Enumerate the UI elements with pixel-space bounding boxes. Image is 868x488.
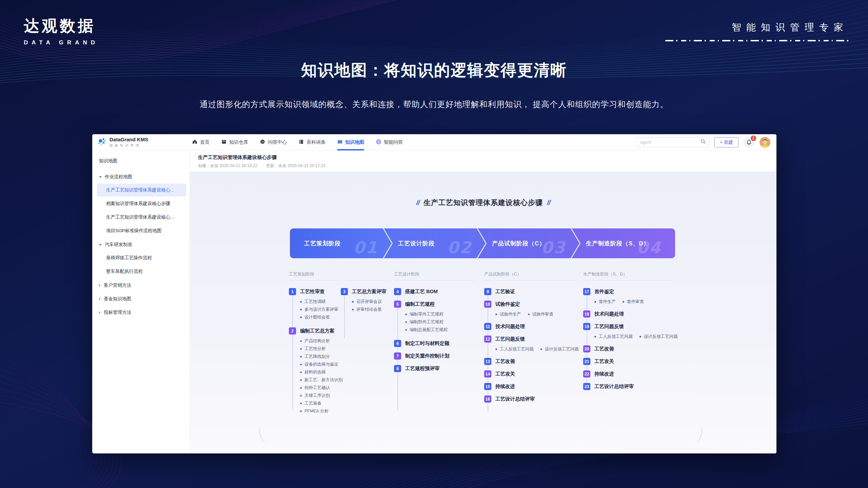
sidebar-group-1[interactable]: 汽车研发制造 <box>97 239 186 251</box>
map-step-11: 11技术问题处理 <box>484 323 579 330</box>
step-connector-line <box>488 290 488 412</box>
sidebar-group-2[interactable]: 客户营销方法 <box>97 279 186 291</box>
step-bullets: 产品结构分析工艺性分析工艺路线划分设备的选择与鉴定材料的选择新工艺、新方法识别特… <box>300 337 341 415</box>
step-bullet: 工艺装备 <box>300 400 341 407</box>
step-bullets: 试验件生产试验件审查 <box>495 310 579 318</box>
map-canvas: //生产工艺知识管理体系建设核心步骤// 01工艺策划阶段02工艺设计阶段03产… <box>190 171 776 453</box>
caret-right-icon[interactable] <box>99 311 101 314</box>
step-bullet: 关键工序识别 <box>300 392 341 400</box>
sidebar-item-1-1[interactable]: 整车装配执行流程 <box>97 265 186 278</box>
step-title: 工艺改善 <box>495 358 515 365</box>
map-step-21: 21工艺攻关 <box>583 358 678 365</box>
nav-item-label: 知识仓库 <box>229 139 248 145</box>
bullet-dot-icon <box>495 313 497 315</box>
app-top-nav: DataGrand KMS 智 能 知 识 管 理 首页知识仓库问答中心百科词条… <box>92 134 776 150</box>
bullet-dot-icon <box>300 364 302 365</box>
sidebar-group-0[interactable]: 作业流程地图 <box>97 171 186 183</box>
step-bullet: 设计反馈工艺问题 <box>639 333 678 341</box>
map-column-4: 生产制造阶段（S、D）17首件鉴定首件生产首件审查18技术问题处理19工艺问题反… <box>583 271 675 395</box>
nav-item-home[interactable]: 首页 <box>192 134 210 150</box>
step-number-badge: 12 <box>484 336 491 343</box>
map-step-10: 10试验件鉴定 <box>484 301 579 308</box>
kms-logo-icon <box>98 137 106 147</box>
nav-item-ai-qa[interactable]: 智能问答 <box>376 134 403 150</box>
caret-down-icon[interactable] <box>99 244 102 246</box>
doc-title: 生产工艺知识管理体系建设核心步骤 <box>198 154 776 161</box>
step-bullet: 特种工艺确认 <box>300 384 341 392</box>
bullet-label: 召开评审会议 <box>356 298 382 306</box>
slash-decoration: // <box>416 199 419 206</box>
map-step-13: 13工艺改善 <box>484 358 579 365</box>
map-step-20: 20工艺改善 <box>583 345 678 352</box>
search-box[interactable] <box>636 137 709 147</box>
bullet-dot-icon <box>300 348 302 350</box>
map-column-header: 工艺策划阶段 <box>289 271 387 281</box>
step-bullets: 编制零件工艺规程编制部件工艺规程编制总装配工艺规程 <box>405 310 450 334</box>
map-step-8: 8工艺规程预评审 <box>394 365 450 372</box>
step-number-badge: 5 <box>394 301 401 308</box>
map-step-16: 16工艺设计总结评审 <box>484 395 579 403</box>
step-bullet: 工艺性调研 <box>300 298 341 306</box>
step-number-badge: 1 <box>289 288 296 295</box>
morse-divider <box>665 40 848 41</box>
step-list: 3工艺总方案评审召开评审会议评审结论会签 <box>341 288 387 421</box>
sidebar-group-4[interactable]: 投标管理方法 <box>97 306 186 319</box>
bullet-label: 工艺装备 <box>304 400 321 407</box>
step-title: 编制工艺规程 <box>405 301 435 308</box>
caret-right-icon[interactable] <box>99 284 101 287</box>
search-input[interactable] <box>639 139 700 145</box>
caret-down-icon[interactable] <box>99 176 102 178</box>
step-title: 工艺攻关 <box>594 358 614 365</box>
bullet-dot-icon <box>540 348 542 350</box>
kms-subtitle: 智 能 知 识 管 理 <box>110 143 148 148</box>
caret-right-icon[interactable] <box>99 298 101 300</box>
app-window: DataGrand KMS 智 能 知 识 管 理 首页知识仓库问答中心百科词条… <box>92 134 776 453</box>
new-button[interactable]: + 新建 <box>714 137 738 147</box>
brand-logo-en: DATA GRAND <box>24 39 99 46</box>
bullet-label: 试验件生产 <box>500 310 521 318</box>
nav-item-repository[interactable]: 知识仓库 <box>221 134 248 150</box>
sidebar-group-3[interactable]: 基金知识地图 <box>97 293 186 305</box>
bullet-label: 工人反馈工艺问题 <box>500 345 534 353</box>
map-columns: 工艺策划阶段1工艺性审查工艺性调研参与设计方案评审设计图纸会签2编制工艺总方案产… <box>190 271 776 453</box>
nav-item-qa-chat[interactable]: 问答中心 <box>260 134 287 150</box>
notification-bell[interactable]: 2 <box>744 137 754 148</box>
bullet-label: 产品结构分析 <box>304 337 330 345</box>
stage-number: 02 <box>447 238 472 257</box>
step-title: 制定工时与材料定额 <box>405 340 450 347</box>
sidebar-item-0-1[interactable]: 档案知识管理体系建设核心步骤 <box>97 197 186 210</box>
sidebar-item-0-2[interactable]: 生产工艺知识管理体系建设核心... <box>97 211 186 224</box>
search-icon[interactable] <box>700 139 706 146</box>
nav-item-label: 问答中心 <box>268 139 287 145</box>
step-bullet: 评审结论会签 <box>352 306 387 313</box>
map-column-3: 产品试制阶段（C）9工艺验证10试验件鉴定试验件生产试验件审查11技术问题处理1… <box>484 271 576 408</box>
step-bullet: 设计反馈工艺问题 <box>540 345 579 353</box>
step-number-badge: 8 <box>394 365 401 372</box>
sidebar-item-0-3[interactable]: 项目SOP标准操作流程地图 <box>97 224 186 237</box>
home-icon <box>192 139 198 146</box>
bullet-dot-icon <box>594 336 596 338</box>
step-title: 制定关重件控制计划 <box>405 352 450 360</box>
bullet-label: 材料的选择 <box>304 368 326 376</box>
kms-brand[interactable]: DataGrand KMS 智 能 知 识 管 理 <box>98 137 182 148</box>
map-step-5: 5编制工艺规程 <box>394 301 450 308</box>
nav-item-map[interactable]: 知识地图 <box>337 134 364 150</box>
step-number-badge: 11 <box>484 323 491 330</box>
step-bullet: 设计图纸会签 <box>300 313 341 321</box>
bullet-dot-icon <box>300 356 302 358</box>
bullet-label: 评审结论会签 <box>356 306 382 313</box>
nav-item-wiki-book[interactable]: 百科词条 <box>298 134 326 150</box>
sidebar-item-0-0[interactable]: 生产工艺知识管理体系建设核心... <box>97 184 186 197</box>
avatar[interactable] <box>760 137 770 148</box>
step-bullets: 首件生产首件审查 <box>594 298 678 306</box>
step-bullet: 召开评审会议 <box>352 298 387 306</box>
bullet-dot-icon <box>623 301 624 303</box>
sidebar-item-1-0[interactable]: 座椅焊接工艺操作流程 <box>97 251 186 264</box>
bullet-dot-icon <box>300 395 302 396</box>
step-connector-line <box>344 290 345 338</box>
step-title: 搭建工艺 BOM <box>405 288 438 295</box>
notification-badge: 2 <box>751 136 756 141</box>
slide-subtitle: 通过图形化的方式展示知识领域的概念、关系和连接，帮助人们更好地理解和利用知识， … <box>0 99 868 110</box>
map-step-3: 3工艺总方案评审 <box>341 288 387 295</box>
bullet-dot-icon <box>405 329 407 331</box>
